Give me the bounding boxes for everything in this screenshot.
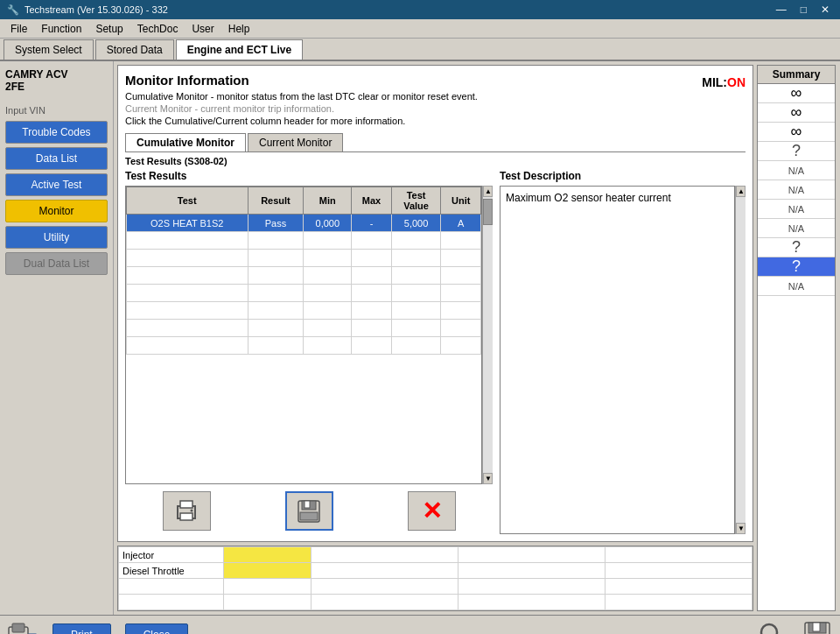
- table-row: [127, 285, 481, 302]
- bottom-row-empty1: [119, 579, 752, 595]
- save-main-icon-button[interactable]: [802, 619, 833, 635]
- close-main-button[interactable]: Close: [125, 623, 189, 635]
- desc1: Cumulative Monitor - monitor status from…: [125, 91, 746, 102]
- menu-techdoc[interactable]: TechDoc: [130, 21, 186, 37]
- car-model: CAMRY ACV2FE: [5, 68, 108, 93]
- svg-rect-9: [12, 623, 24, 632]
- table-row: [127, 302, 481, 320]
- action-buttons: ✕: [125, 484, 493, 534]
- summary-item-5: N/A: [758, 180, 835, 200]
- tab-current-monitor[interactable]: Current Monitor: [248, 133, 343, 151]
- cell-unit: A: [441, 215, 481, 232]
- dual-data-list-button: Dual Data List: [5, 252, 108, 275]
- test-description-title: Test Description: [500, 170, 746, 182]
- bottom-cell-empty: [606, 595, 752, 610]
- tab-cumulative-monitor[interactable]: Cumulative Monitor: [125, 133, 246, 151]
- bottom-cell-label: Diesel Throttle: [119, 563, 224, 579]
- bottom-cell-extra2: [458, 563, 606, 579]
- test-table: Test Result Min Max TestValue Unit: [126, 187, 481, 355]
- close-window-button[interactable]: ✕: [817, 4, 833, 16]
- tabbar: System Select Stored Data Engine and ECT…: [0, 39, 840, 61]
- printer-icon: [172, 497, 200, 525]
- tab-engine-ect-live[interactable]: Engine and ECT Live: [176, 39, 303, 60]
- menu-file[interactable]: File: [4, 21, 34, 37]
- utility-button[interactable]: Utility: [5, 226, 108, 249]
- active-test-button[interactable]: Active Test: [5, 173, 108, 196]
- bottom-cell-empty: [312, 595, 458, 610]
- table-scrollbar[interactable]: ▲ ▼: [482, 186, 493, 484]
- trouble-codes-button[interactable]: Trouble Codes: [5, 121, 108, 144]
- print-main-button[interactable]: Print: [52, 623, 111, 635]
- test-results-title: Test Results: [125, 170, 493, 182]
- bottom-cell-value: [224, 563, 312, 579]
- menu-function[interactable]: Function: [34, 21, 88, 37]
- print-button[interactable]: [163, 491, 211, 531]
- table-row: [127, 320, 481, 337]
- svg-point-3: [191, 509, 193, 511]
- monitor-panel: Monitor Information MIL:ON Cumulative Mo…: [117, 65, 753, 542]
- mil-status: ON: [727, 75, 746, 89]
- menu-setup[interactable]: Setup: [88, 21, 130, 37]
- bottom-cell-empty: [312, 579, 458, 595]
- sidebar: CAMRY ACV2FE Input VIN Trouble Codes Dat…: [0, 61, 114, 615]
- save-main-icon: [802, 619, 833, 635]
- cell-test-value: 5,000: [391, 215, 441, 232]
- col-test: Test: [127, 187, 248, 215]
- scroll-up[interactable]: ▲: [483, 186, 493, 197]
- svg-rect-6: [304, 501, 310, 508]
- desc-scroll-down[interactable]: ▼: [736, 523, 746, 534]
- table-row: [127, 232, 481, 250]
- tab-stored-data[interactable]: Stored Data: [95, 39, 174, 60]
- bottom-cell-extra: [312, 547, 458, 563]
- bottom-cell-value: [224, 547, 312, 563]
- test-results-section: Test Results Test Result Min: [125, 170, 493, 534]
- data-list-button[interactable]: Data List: [5, 147, 108, 170]
- summary-item-1: ∞: [758, 103, 835, 123]
- bottom-cell-extra2: [458, 547, 606, 563]
- results-header: Test Results (S308-02): [125, 156, 746, 166]
- summary-item-10: N/A: [758, 277, 835, 296]
- panel-tabs: Cumulative Monitor Current Monitor: [125, 133, 746, 152]
- test-table-wrapper: Test Result Min Max TestValue Unit: [125, 186, 482, 484]
- minimize-button[interactable]: —: [773, 4, 790, 16]
- vin-icon: VIN ✎: [7, 622, 38, 635]
- monitor-button[interactable]: Monitor: [5, 200, 108, 222]
- vin-label: Input VIN: [5, 105, 108, 116]
- right-panel: Summary ∞ ∞ ∞ ? N/A N/A N/A N/A ? ? N/A: [757, 61, 840, 615]
- mil-indicator: MIL:ON: [702, 75, 746, 89]
- close-results-button[interactable]: ✕: [408, 491, 456, 531]
- summary-item-4: N/A: [758, 161, 835, 180]
- scroll-thumb[interactable]: [483, 199, 493, 225]
- table-row[interactable]: O2S HEAT B1S2 Pass 0,000 - 5,000 A: [127, 215, 481, 232]
- desc-scroll-up[interactable]: ▲: [736, 186, 746, 197]
- app-icon: 🔧: [7, 4, 19, 16]
- table-scroll-area: Test Result Min Max TestValue Unit: [125, 186, 493, 484]
- titlebar: 🔧 Techstream (Ver 15.30.026) - 332 — □ ✕: [0, 0, 840, 19]
- bottom-toolbar: VIN ✎ Print Close: [0, 615, 840, 634]
- tab-system-select[interactable]: System Select: [4, 39, 94, 60]
- panel-header: Monitor Information MIL:ON: [125, 73, 746, 91]
- summary-item-6: N/A: [758, 200, 835, 219]
- bottom-cell-empty: [224, 595, 312, 610]
- desc-scrollbar[interactable]: ▲ ▼: [735, 186, 746, 534]
- window-controls: — □ ✕: [773, 4, 833, 16]
- content: Monitor Information MIL:ON Cumulative Mo…: [114, 61, 757, 615]
- cell-min: 0,000: [304, 215, 352, 232]
- svg-rect-2: [180, 501, 192, 508]
- col-unit: Unit: [441, 187, 481, 215]
- search-icon-button[interactable]: [756, 619, 788, 635]
- menu-help[interactable]: Help: [221, 21, 257, 37]
- save-button[interactable]: [285, 491, 333, 531]
- scroll-down[interactable]: ▼: [483, 473, 493, 484]
- maximize-button[interactable]: □: [797, 4, 810, 16]
- cell-test: O2S HEAT B1S2: [127, 215, 248, 232]
- menu-user[interactable]: User: [185, 21, 220, 37]
- bottom-cell-label: Injector: [119, 547, 224, 563]
- bottom-cell-extra3: [606, 547, 752, 563]
- cell-result: Pass: [248, 215, 304, 232]
- vin-icon-button[interactable]: VIN ✎: [7, 619, 38, 635]
- summary-item-3: ?: [758, 142, 835, 161]
- main-area: CAMRY ACV2FE Input VIN Trouble Codes Dat…: [0, 61, 840, 615]
- bottom-cell-extra3: [606, 563, 752, 579]
- bottom-cell-empty: [224, 579, 312, 595]
